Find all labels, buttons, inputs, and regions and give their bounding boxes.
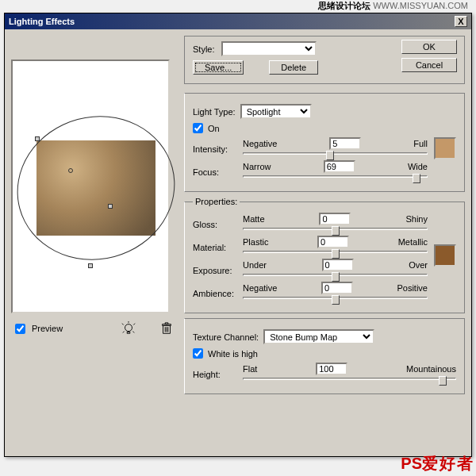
save-button[interactable]: Save... <box>193 60 244 75</box>
intensity-slider[interactable]: Intensity: NegativeFull <box>193 137 428 160</box>
close-button[interactable]: X <box>455 16 467 27</box>
on-label: On <box>208 124 220 133</box>
on-checkbox[interactable] <box>193 123 203 133</box>
preview-label: Preview <box>32 324 63 333</box>
light-type-label: Light Type: <box>193 107 236 117</box>
preview-checkbox[interactable] <box>15 324 25 334</box>
style-select[interactable] <box>221 41 317 56</box>
app-frame: 思绪设计论坛 WWW.MISSYUAN.COM Lighting Effects… <box>0 0 476 476</box>
light-handle[interactable] <box>88 263 93 268</box>
light-type-select[interactable]: Spotlight <box>240 104 312 119</box>
white-high-checkbox[interactable] <box>193 348 203 359</box>
style-label: Style: <box>193 44 215 54</box>
gloss-slider[interactable]: Gloss:MatteShiny <box>193 213 428 236</box>
ps-watermark: PS爱好者 <box>401 453 474 474</box>
height-slider[interactable]: Height:FlatMountainous <box>193 363 456 386</box>
texture-channel-select[interactable]: Stone Bump Map <box>263 329 374 344</box>
ok-button[interactable]: OK <box>401 40 457 54</box>
titlebar: Lighting Effects X <box>5 13 471 29</box>
material-slider[interactable]: Material:PlasticMetallic <box>193 236 428 259</box>
light-handle[interactable] <box>35 136 40 141</box>
texture-group: Texture Channel: Stone Bump Map White is… <box>184 318 465 394</box>
ambience-slider[interactable]: Ambience:NegativePositive <box>193 282 428 305</box>
cancel-button[interactable]: Cancel <box>401 58 457 72</box>
lighting-effects-dialog: Lighting Effects X Preview <box>4 13 472 457</box>
preview-pane[interactable] <box>11 60 170 313</box>
properties-group: Properties: Gloss:MatteShiny Material:Pl… <box>184 197 465 313</box>
lightbulb-icon[interactable] <box>121 321 136 336</box>
watermark: 思绪设计论坛 WWW.MISSYUAN.COM <box>318 0 468 12</box>
light-type-group: Light Type: Spotlight On Intensity: Nega <box>184 93 465 192</box>
light-handle[interactable] <box>108 204 113 209</box>
ambient-color-swatch[interactable] <box>434 244 456 267</box>
texture-channel-label: Texture Channel: <box>193 332 259 342</box>
focus-slider[interactable]: Focus: NarrowWide <box>193 160 428 183</box>
trash-icon[interactable] <box>159 321 174 336</box>
white-high-label: White is high <box>208 349 258 359</box>
light-center[interactable] <box>68 168 73 173</box>
light-ellipse[interactable] <box>1 98 191 278</box>
dialog-title: Lighting Effects <box>9 17 75 26</box>
svg-point-0 <box>125 324 132 332</box>
light-color-swatch[interactable] <box>434 137 456 159</box>
delete-button[interactable]: Delete <box>269 60 318 75</box>
exposure-slider[interactable]: Exposure:UnderOver <box>193 259 428 282</box>
